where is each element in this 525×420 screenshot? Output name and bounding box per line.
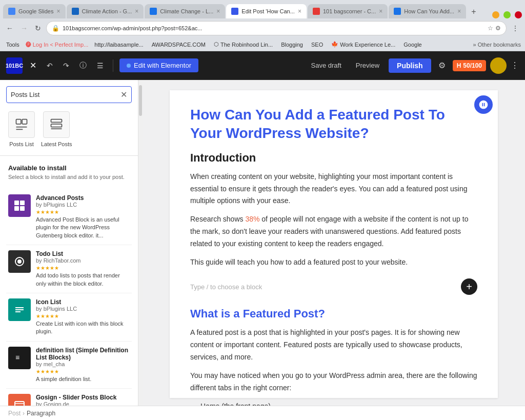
plugin-name: Todo List [36, 250, 130, 257]
block-search-box[interactable]: ✕ [6, 86, 132, 103]
plugin-list: Advanced Posts by bPlugins LLC ★★★★★ Adv… [0, 189, 138, 406]
latest-posts-icon [43, 111, 70, 138]
svg-rect-4 [51, 119, 62, 123]
settings-button[interactable]: ⚙ [435, 57, 449, 73]
forward-button[interactable]: → [18, 23, 30, 33]
bookmark-google[interactable]: Google [401, 41, 423, 48]
bookmark-more[interactable]: » Other bookmarks [473, 42, 521, 48]
tab-label: Edit Post 'How Can... [241, 8, 295, 14]
bookmark-star-icon[interactable]: ☆ [488, 25, 493, 32]
list-item[interactable]: Icon List by bPlugins LLC ★★★★★ Create L… [6, 293, 132, 342]
yoast-score-badge[interactable]: H 50/100 [453, 60, 486, 71]
list-item[interactable]: Gosign - Slider Posts Block by Gosign.de [6, 389, 132, 406]
save-draft-button[interactable]: Save draft [306, 58, 347, 72]
extension-icon[interactable]: ⚙ [495, 25, 501, 32]
tab-how-can-you[interactable]: How Can You Add... × [389, 4, 466, 18]
tab-close-icon[interactable]: × [57, 8, 60, 15]
scroll-thumb [139, 85, 142, 116]
bookmark-perfectimp[interactable]: 🅟 Log In < Perfect Imp... [26, 42, 89, 48]
latest-posts-block[interactable]: Latest Posts [41, 111, 72, 147]
edit-elementor-button[interactable]: Edit with Elementor [119, 58, 198, 72]
search-clear-button[interactable]: ✕ [120, 90, 127, 99]
list-item[interactable]: Todo List by RichTabor.com ★★★★★ Add tod… [6, 245, 132, 293]
bookmarks-bar: Tools 🅟 Log In < Perfect Imp... http://l… [0, 38, 525, 51]
plugin-thumb-definition: ≡ [8, 347, 31, 369]
type-slash-hint: Type / to choose a block [190, 283, 262, 291]
tab-close-icon[interactable]: × [216, 8, 220, 15]
tab-close-icon[interactable]: × [298, 8, 301, 15]
posts-list-block[interactable]: Posts List [8, 111, 35, 147]
tab-label: Climate Change - L... [160, 8, 213, 14]
plugin-thumb-icon-list [8, 298, 31, 321]
blocks-grid: Posts List Latest Posts [0, 107, 138, 151]
block-search-input[interactable] [11, 91, 117, 98]
intro-paragraph-2: Research shows 38% of people will not en… [190, 213, 477, 250]
bookmark-work-experience[interactable]: 🍁 Work Experience Le... [329, 41, 397, 48]
bookmark-seo[interactable]: SEO [309, 41, 325, 48]
breadcrumb-post[interactable]: Post [8, 410, 21, 417]
svg-rect-9 [14, 206, 19, 211]
tab-close-icon[interactable]: × [379, 8, 382, 15]
bookmark-robinhood[interactable]: ⬡ The Robinhood Lin... [212, 41, 275, 48]
bookmark-laibasample[interactable]: http://laibasample... [92, 41, 145, 48]
plugin-desc: Add todo lists to posts that render only… [36, 272, 130, 288]
close-window-button[interactable] [515, 11, 522, 18]
left-panel-scrollbar[interactable] [138, 80, 143, 406]
reload-button[interactable]: ↻ [33, 23, 43, 33]
info-button[interactable]: ⓘ [76, 58, 90, 73]
user-avatar-button[interactable] [490, 57, 507, 74]
plugin-info: Icon List by bPlugins LLC ★★★★★ Create L… [36, 298, 130, 336]
main-content-area: How Can You Add a Featured Post To Your … [143, 80, 525, 406]
tab-label: Google Slides [18, 8, 54, 14]
back-button[interactable]: ← [4, 23, 15, 33]
address-bar[interactable]: 🔒 101bagscorner.com/wp-admin/post.php?po… [46, 21, 507, 35]
bookmark-tools[interactable]: Tools [4, 41, 22, 48]
post-content: How Can You Add a Featured Post To Your … [170, 90, 498, 398]
minimize-button[interactable] [492, 11, 499, 18]
list-item[interactable]: ≡ definition list (Simple Definition Lis… [6, 342, 132, 389]
tab-bagscorner[interactable]: 101 bagscorner - C... × [308, 4, 388, 18]
close-button[interactable]: ✕ [27, 57, 39, 73]
intro-paragraph-3: This guide will teach you how to add a f… [190, 256, 477, 269]
section2-heading: What is a Featured Post? [190, 307, 477, 321]
toolbar-separator [113, 59, 113, 72]
tab-bar: Google Slides × Climate Action - G... × … [0, 0, 525, 18]
bookmark-awardspace[interactable]: AWARDSPACE.COM [150, 41, 208, 48]
tab-climate-action[interactable]: Climate Action - G... × [67, 4, 144, 18]
new-tab-button[interactable]: + [467, 5, 480, 18]
plugin-info: Gosign - Slider Posts Block by Gosign.de [36, 394, 130, 406]
plugin-name: Gosign - Slider Posts Block [36, 394, 130, 401]
panel-divider [0, 155, 138, 156]
wp-icon-badge[interactable] [474, 95, 493, 114]
plugin-info: definition list (Simple Definition List … [36, 347, 130, 383]
tab-climate-change[interactable]: Climate Change - L... × [145, 4, 225, 18]
tab-google-slides[interactable]: Google Slides × [3, 4, 66, 18]
bookmark-blogging[interactable]: Blogging [279, 41, 305, 48]
undo-button[interactable]: ↶ [44, 58, 56, 73]
tab-close-icon[interactable]: × [135, 8, 138, 15]
section2-paragraph-1: A featured post is a post that is highli… [190, 327, 477, 363]
tab-edit-post[interactable]: Edit Post 'How Can... × [226, 4, 307, 18]
breadcrumb-paragraph[interactable]: Paragraph [27, 410, 55, 417]
plugin-thumb-advanced-posts [8, 194, 31, 217]
wp-logo[interactable]: 101BC [6, 57, 23, 74]
available-title: Available to install [8, 164, 130, 172]
intro-para2-before: Research shows [190, 215, 245, 223]
more-options-button[interactable]: ⋮ [511, 61, 519, 70]
publish-button[interactable]: Publish [389, 58, 431, 73]
window-controls [492, 11, 522, 18]
plugin-stars: ★★★★★ [36, 265, 130, 271]
plugin-author: by RichTabor.com [36, 257, 130, 264]
list-item[interactable]: Advanced Posts by bPlugins LLC ★★★★★ Adv… [6, 189, 132, 245]
left-panel: ✕ Posts List [0, 80, 138, 406]
redo-button[interactable]: ↷ [60, 58, 72, 73]
tab-close-icon[interactable]: × [457, 8, 461, 15]
extensions-button[interactable]: ⋮ [510, 23, 521, 33]
maximize-button[interactable] [503, 11, 511, 18]
add-block-button[interactable]: + [461, 278, 477, 295]
svg-rect-0 [16, 119, 21, 124]
posts-list-label: Posts List [9, 141, 34, 147]
list-view-button[interactable]: ☰ [94, 58, 107, 73]
svg-rect-1 [22, 119, 27, 124]
preview-button[interactable]: Preview [351, 58, 385, 72]
